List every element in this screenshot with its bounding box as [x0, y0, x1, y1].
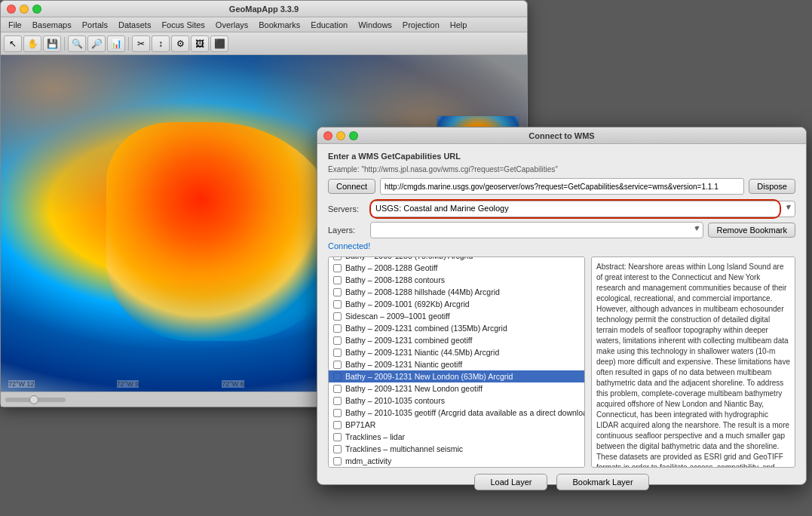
list-item[interactable]: Bathy – 2009-1231 New London geotiff — [329, 382, 584, 395]
tool-chart[interactable]: 📊 — [107, 35, 125, 52]
connect-button[interactable]: Connect — [328, 179, 375, 194]
tool-resize[interactable]: ↕ — [152, 35, 170, 52]
server-select-wrapper: USGS: Coastal and Marine Geology ▼ — [370, 201, 795, 217]
wms-close-button[interactable] — [323, 131, 332, 140]
layer-checkbox[interactable] — [333, 264, 342, 272]
layer-item-label: Bathy – 2010-1035 contours — [345, 396, 445, 405]
tool-hand[interactable]: ✋ — [23, 35, 41, 52]
layer-checkbox[interactable] — [333, 373, 342, 381]
tool-pointer[interactable]: ↖ — [4, 35, 22, 52]
list-item[interactable]: Tracklines – multichannel seismic — [329, 443, 584, 455]
list-item[interactable]: BP71AR — [329, 419, 584, 431]
layer-checkbox[interactable] — [333, 324, 342, 333]
menu-help[interactable]: Help — [446, 19, 472, 31]
wms-example-text: Example: "http://wms.jpl.nasa.gov/wms.cg… — [328, 165, 795, 174]
list-item[interactable]: mdm_activity — [329, 455, 584, 467]
url-input[interactable] — [380, 178, 744, 195]
layer-item-label: Bathy – 2009-1231 combined (135Mb) Arcgr… — [345, 324, 507, 333]
layer-dropdown-icon: ▼ — [694, 225, 700, 232]
menu-focus-sites[interactable]: Focus Sites — [157, 19, 209, 31]
menu-basemaps[interactable]: Basemaps — [28, 19, 76, 31]
layer-checkbox[interactable] — [333, 397, 342, 405]
layer-checkbox[interactable] — [333, 300, 342, 309]
list-item[interactable]: Bathy – 2010-1035 contours — [329, 395, 584, 407]
bottom-area: Bathy – 2008-1195 geotiffBathy – 2008-11… — [328, 256, 795, 468]
zoom-slider[interactable] — [5, 398, 66, 402]
layer-item-label: Bathy – 2009-1231 combined geotiff — [345, 336, 473, 345]
server-dropdown-icon: ▼ — [785, 204, 792, 211]
remove-bookmark-button[interactable]: Remove Bookmark — [708, 223, 795, 238]
layer-checkbox[interactable] — [333, 409, 342, 417]
wms-maximize-button[interactable] — [349, 131, 358, 140]
layer-checkbox[interactable] — [333, 385, 342, 393]
tool-map[interactable]: ⬛ — [210, 35, 228, 52]
minimize-button[interactable] — [20, 5, 29, 14]
maximize-button[interactable] — [32, 5, 41, 14]
layer-select-box[interactable] — [370, 222, 703, 238]
list-item[interactable]: Tracklines – lidar — [329, 431, 584, 443]
layer-item-label: BP71AR — [345, 420, 375, 429]
layer-item-label: mdm_activity — [345, 456, 391, 465]
app-title-bar: GeoMapApp 3.3.9 — [1, 1, 527, 17]
layer-list[interactable]: Bathy – 2008-1195 geotiffBathy – 2008-11… — [328, 256, 585, 468]
menu-portals[interactable]: Portals — [78, 19, 112, 31]
url-row: Connect Dispose — [328, 178, 795, 195]
tool-zoom-in[interactable]: 🔍 — [68, 35, 86, 52]
wms-minimize-button[interactable] — [336, 131, 345, 140]
list-item[interactable]: Sidescan – 2009–1001 geotiff — [329, 310, 584, 322]
menu-projection[interactable]: Projection — [398, 19, 444, 31]
layer-item-label: Tracklines – multichannel seismic — [345, 444, 463, 453]
list-item[interactable]: Bathy – 2009-1231 New London (63Mb) Arcg… — [329, 370, 584, 382]
list-item[interactable]: Bathy – 2010-1035 geotiff (Arcgrid data … — [329, 407, 584, 419]
list-item[interactable]: Bathy – 2008-1288 contours — [329, 274, 584, 286]
zoom-thumb[interactable] — [29, 395, 38, 404]
list-item[interactable]: Bathy – 2008-1288 hillshade (44Mb) Arcgr… — [329, 286, 584, 298]
server-selected-value: USGS: Coastal and Marine Geology — [375, 204, 509, 213]
coord-label-3: 72°W 6 — [222, 380, 244, 388]
tool-save[interactable]: 💾 — [43, 35, 61, 52]
wms-section-label: Enter a WMS GetCapabilities URL — [328, 152, 795, 161]
list-item[interactable]: Bathy – 2009-1231 Niantic (44.5Mb) Arcgr… — [329, 346, 584, 358]
wms-dialog: Connect to WMS Enter a WMS GetCapabiliti… — [317, 127, 807, 485]
layer-checkbox[interactable] — [333, 336, 342, 345]
layer-checkbox[interactable] — [333, 256, 342, 260]
layer-checkbox[interactable] — [333, 312, 342, 321]
menu-windows[interactable]: Windows — [354, 19, 397, 31]
layer-item-label: Bathy – 2008-1288 hillshade (44Mb) Arcgr… — [345, 287, 500, 296]
layer-item-label: Bathy – 2009-1231 New London geotiff — [345, 384, 483, 393]
layer-checkbox[interactable] — [333, 276, 342, 284]
menu-datasets[interactable]: Datasets — [114, 19, 155, 31]
list-item[interactable]: Bathy – 2008-1288 (75.6Mb) Arcgrid — [329, 256, 584, 262]
layer-checkbox[interactable] — [333, 361, 342, 369]
layer-item-label: Sidescan – 2009–1001 geotiff — [345, 312, 450, 321]
tool-image[interactable]: 🖼 — [191, 35, 209, 52]
layer-checkbox[interactable] — [333, 349, 342, 357]
traffic-lights — [7, 5, 41, 14]
tool-gear[interactable]: ⚙ — [171, 35, 189, 52]
layer-checkbox[interactable] — [333, 421, 342, 429]
list-item[interactable]: Bathy – 2008-1288 Geotiff — [329, 262, 584, 274]
layer-checkbox[interactable] — [333, 433, 342, 441]
layer-item-label: Bathy – 2009-1231 New London (63Mb) Arcg… — [345, 372, 513, 381]
list-item[interactable]: Bathy – 2009-1001 (692Kb) Arcgrid — [329, 298, 584, 310]
menu-overlays[interactable]: Overlays — [211, 19, 253, 31]
close-button[interactable] — [7, 5, 16, 14]
layer-checkbox[interactable] — [333, 445, 342, 453]
tool-zoom-out[interactable]: 🔎 — [87, 35, 106, 52]
menu-file[interactable]: File — [4, 19, 26, 31]
layer-item-label: Bathy – 2008-1288 Geotiff — [345, 263, 437, 272]
list-item[interactable]: Bathy – 2009-1231 combined geotiff — [329, 334, 584, 346]
layer-item-label: Bathy – 2010-1035 geotiff (Arcgrid data … — [345, 408, 584, 417]
toolbar: ↖ ✋ 💾 🔍 🔎 📊 ✂ ↕ ⚙ 🖼 ⬛ — [1, 32, 527, 55]
bookmark-layer-button[interactable]: Bookmark Layer — [556, 474, 648, 490]
list-item[interactable]: Bathy – 2009-1231 Niantic geotiff — [329, 358, 584, 370]
layer-checkbox[interactable] — [333, 288, 342, 296]
list-item[interactable]: Bathy – 2009-1231 combined (135Mb) Arcgr… — [329, 322, 584, 334]
menu-bookmarks[interactable]: Bookmarks — [254, 19, 305, 31]
dialog-footer: Load Layer Bookmark Layer — [328, 468, 795, 493]
layer-checkbox[interactable] — [333, 457, 342, 465]
dispose-button[interactable]: Dispose — [749, 179, 795, 194]
tool-cut[interactable]: ✂ — [132, 35, 150, 52]
load-layer-button[interactable]: Load Layer — [474, 474, 547, 490]
menu-education[interactable]: Education — [306, 19, 352, 31]
